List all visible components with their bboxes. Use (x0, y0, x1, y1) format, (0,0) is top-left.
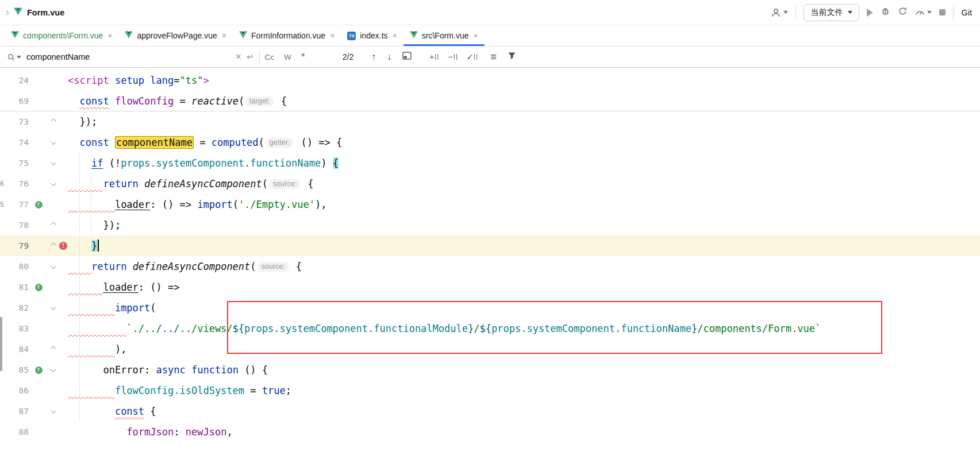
fold-marker[interactable] (46, 298, 59, 318)
whole-words-toggle[interactable]: W (284, 53, 291, 61)
fold-marker[interactable] (46, 194, 59, 215)
line-number[interactable]: 78 (7, 215, 31, 235)
line-number[interactable]: 79 (7, 235, 31, 256)
line-number[interactable]: 69 (7, 91, 31, 111)
tab-approveflowpage-vue[interactable]: approveFlowPage.vue × (118, 25, 233, 46)
line-number[interactable]: 74 (7, 132, 31, 153)
code-text[interactable]: }); (68, 215, 980, 235)
close-icon[interactable]: × (330, 31, 335, 40)
code-text[interactable]: loader: () => import('./Empty.vue'), (68, 194, 980, 215)
green-gutter-icon[interactable]: ↑ (35, 201, 43, 209)
rerun-coverage-button[interactable] (898, 6, 908, 18)
add-occurrence-button[interactable]: + (429, 52, 438, 61)
newline-icon[interactable]: ↵ (247, 52, 254, 62)
clear-search-icon[interactable]: × (236, 51, 241, 63)
fold-marker[interactable] (46, 173, 59, 194)
gutter-edge-text: 6 (0, 173, 7, 194)
fold-marker[interactable] (46, 339, 59, 360)
code-text[interactable]: flowConfig.isOldSystem = true; (68, 380, 980, 401)
fold-marker[interactable] (46, 401, 59, 422)
code-text[interactable]: <script setup lang="ts"> (68, 70, 980, 91)
run-button[interactable] (867, 9, 873, 17)
close-icon[interactable]: × (473, 31, 478, 40)
gutter-error-slot (59, 153, 68, 173)
expand-chevron-icon[interactable] (4, 10, 9, 14)
close-icon[interactable]: × (222, 31, 226, 40)
line-number[interactable]: 85 (7, 360, 31, 380)
green-gutter-icon[interactable]: ↑ (35, 366, 43, 374)
line-number[interactable]: 84 (7, 339, 31, 360)
line-number[interactable]: 82 (7, 298, 31, 318)
next-occurrence-button[interactable]: ↓ (387, 52, 391, 62)
fold-marker[interactable] (46, 277, 59, 298)
error-gutter-icon[interactable]: ! (59, 242, 67, 250)
fold-marker[interactable] (46, 70, 59, 91)
tab-forminformation-vue[interactable]: FormInformation.vue × (233, 25, 341, 46)
line-number[interactable]: 88 (7, 422, 31, 442)
tab-index-ts[interactable]: TS index.ts × (341, 25, 403, 46)
tab-components-form-vue[interactable]: components\Form.vue × (5, 25, 118, 46)
search-mode-button[interactable] (7, 53, 21, 61)
close-icon[interactable]: × (393, 31, 397, 40)
gutter-error-slot (59, 298, 68, 318)
git-menu[interactable]: Git (961, 8, 972, 17)
fold-marker[interactable] (46, 91, 59, 111)
fold-marker[interactable] (46, 153, 59, 173)
code-text[interactable]: if (!props.systemComponent.functionName)… (68, 153, 980, 173)
code-text[interactable]: loader: () => (68, 277, 980, 298)
line-number[interactable]: 24 (7, 70, 31, 91)
fold-marker[interactable] (46, 132, 59, 153)
code-text[interactable]: onError: async function () { (68, 360, 980, 380)
user-account-button[interactable] (771, 7, 788, 18)
line-number[interactable]: 80 (7, 256, 31, 277)
stop-button[interactable] (939, 9, 946, 16)
code-text[interactable]: ), (68, 339, 980, 360)
close-icon[interactable]: × (107, 31, 112, 40)
profiler-button[interactable] (915, 7, 932, 17)
code-text[interactable]: formJson: newJson, (68, 422, 980, 442)
line-number[interactable]: 86 (7, 380, 31, 401)
remove-occurrence-button[interactable]: − (448, 52, 456, 61)
gutter-badge-slot (31, 380, 46, 401)
fold-marker[interactable] (46, 215, 59, 235)
code-text[interactable]: import( (68, 298, 980, 318)
fold-marker[interactable] (46, 235, 59, 256)
green-gutter-icon[interactable]: ↑ (35, 284, 43, 291)
previous-occurrence-button[interactable]: ↑ (371, 52, 376, 62)
debug-button[interactable] (881, 6, 890, 18)
line-number[interactable]: 76 (7, 173, 31, 194)
fold-marker[interactable] (46, 360, 59, 380)
chevron-down-icon (17, 56, 21, 59)
fold-marker[interactable] (46, 111, 59, 132)
code-text[interactable]: }); (68, 111, 980, 132)
line-number[interactable]: 87 (7, 401, 31, 422)
search-input[interactable] (26, 52, 230, 61)
code-text[interactable]: const { (68, 401, 980, 422)
search-options-button[interactable]: ≡ (490, 51, 497, 63)
line-number[interactable]: 81 (7, 277, 31, 298)
filter-button[interactable] (508, 52, 516, 62)
code-text[interactable]: return defineAsyncComponent(source: { (68, 256, 980, 277)
line-number[interactable]: 73 (7, 111, 31, 132)
gutter-badge-slot (31, 173, 46, 194)
line-number[interactable]: 83 (7, 318, 31, 339)
fold-marker[interactable] (46, 422, 59, 442)
code-text[interactable]: `./../../../views/${props.systemComponen… (68, 318, 980, 339)
fold-marker[interactable] (46, 256, 59, 277)
code-text[interactable]: const componentName = computed(getter: (… (68, 132, 980, 153)
open-in-find-window-button[interactable] (402, 52, 412, 62)
fold-marker[interactable] (46, 318, 59, 339)
regex-toggle[interactable]: * (301, 51, 305, 63)
match-case-toggle[interactable]: Cc (265, 53, 275, 61)
tab-src-form-vue[interactable]: src\Form.vue × (403, 25, 485, 46)
editor-pane[interactable]: 24<script setup lang="ts">69 const flowC… (0, 68, 980, 471)
select-all-occurrences-button[interactable]: ✓ (467, 52, 478, 61)
code-text[interactable]: return defineAsyncComponent(source: { (68, 173, 980, 194)
line-number[interactable]: 75 (7, 153, 31, 173)
run-configuration-select[interactable]: 当前文件 (804, 4, 859, 21)
fold-marker[interactable] (46, 380, 59, 401)
code-text[interactable]: } (68, 235, 980, 256)
code-text[interactable]: const flowConfig = reactive(target: { (68, 91, 980, 111)
line-number[interactable]: 77 (7, 194, 31, 215)
code-line-75: 75 if (!props.systemComponent.functionNa… (0, 153, 980, 173)
